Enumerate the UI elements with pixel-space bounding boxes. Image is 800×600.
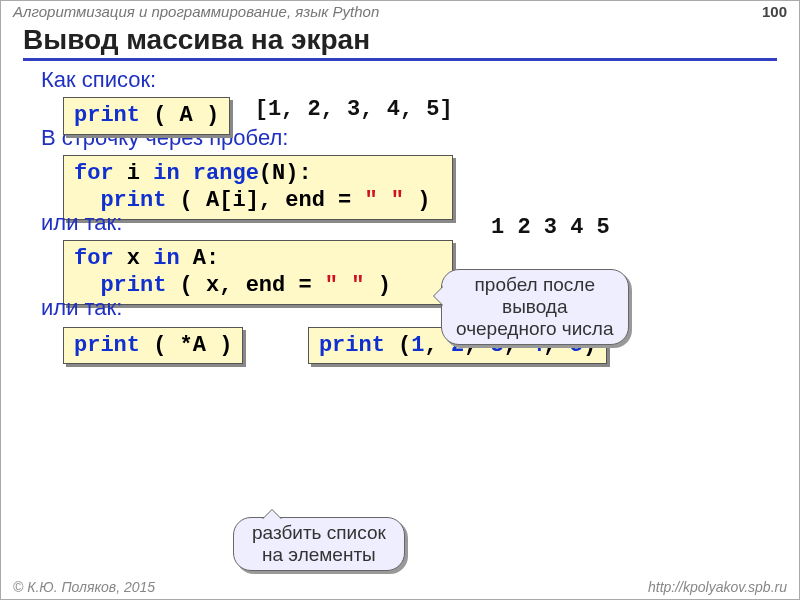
header: Алгоритмизация и программирование, язык … <box>1 1 799 22</box>
callout-line: вывода <box>456 296 614 318</box>
footer-copyright: © К.Ю. Поляков, 2015 <box>13 579 155 595</box>
code-print-star: print ( *A ) <box>63 327 243 365</box>
course-label: Алгоритмизация и программирование, язык … <box>13 3 379 20</box>
callout-line: очередного числа <box>456 318 614 340</box>
footer-url: http://kpolyakov.spb.ru <box>648 579 787 595</box>
callout-space-after: пробел после вывода очередного числа <box>441 269 629 345</box>
page-number: 100 <box>762 3 787 20</box>
footer: © К.Ю. Поляков, 2015 http://kpolyakov.sp… <box>1 577 799 597</box>
page-title: Вывод массива на экран <box>23 24 777 61</box>
output-line-1: 1 2 3 4 5 <box>491 215 610 240</box>
callout-line: пробел после <box>456 274 614 296</box>
output-list: [1, 2, 3, 4, 5] <box>255 97 453 122</box>
code-print-a: print ( A ) <box>63 97 230 135</box>
label-as-list: Как список: <box>41 67 759 93</box>
callout-line: разбить список <box>252 522 386 544</box>
callout-line: на элементы <box>252 544 386 566</box>
callout-split-list: разбить список на элементы <box>233 517 405 571</box>
